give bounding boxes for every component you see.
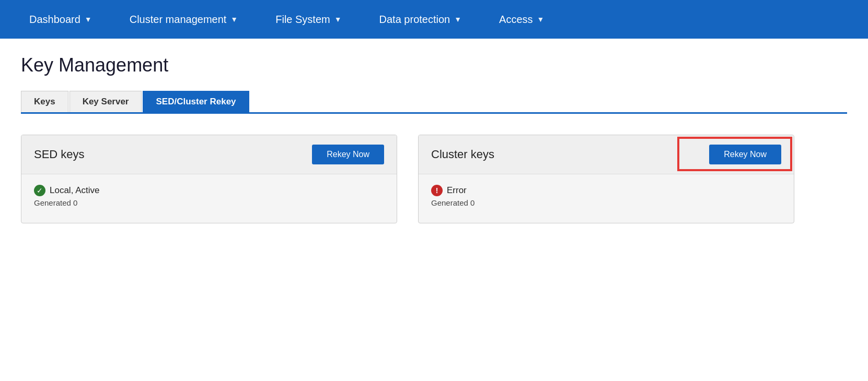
cluster-status-text: Error [447, 185, 467, 196]
cluster-keys-wrapper: Cluster keys Rekey Now ! Error Generated… [418, 135, 794, 223]
nav-item-dashboard[interactable]: Dashboard ▼ [10, 0, 111, 39]
nav-label-cluster-management: Cluster management [130, 14, 227, 26]
navbar: Dashboard ▼ Cluster management ▼ File Sy… [0, 0, 868, 39]
chevron-down-icon: ▼ [85, 15, 92, 23]
nav-label-file-system: File System [275, 14, 330, 26]
chevron-down-icon: ▼ [230, 15, 238, 23]
page-title: Key Management [21, 54, 847, 76]
cluster-keys-card: Cluster keys Rekey Now ! Error Generated… [418, 135, 794, 223]
tab-key-server[interactable]: Key Server [70, 91, 142, 112]
chevron-down-icon: ▼ [334, 15, 342, 23]
cluster-rekey-now-button[interactable]: Rekey Now [709, 145, 781, 164]
sed-keys-card-header: SED keys Rekey Now [21, 135, 397, 174]
error-icon: ! [431, 185, 443, 196]
cluster-generated-text: Generated 0 [431, 198, 781, 207]
ok-icon: ✓ [34, 185, 45, 196]
sed-keys-title: SED keys [34, 148, 85, 161]
cluster-keys-card-header: Cluster keys Rekey Now [419, 135, 794, 174]
nav-item-access[interactable]: Access ▼ [480, 0, 563, 39]
chevron-down-icon: ▼ [537, 15, 545, 23]
sed-keys-card: SED keys Rekey Now ✓ Local, Active Gener… [21, 135, 397, 223]
sed-keys-card-body: ✓ Local, Active Generated 0 [21, 174, 397, 223]
cards-section: SED keys Rekey Now ✓ Local, Active Gener… [21, 135, 847, 223]
nav-item-data-protection[interactable]: Data protection ▼ [361, 0, 481, 39]
sed-status-row: ✓ Local, Active [34, 185, 384, 196]
chevron-down-icon: ▼ [454, 15, 461, 23]
sed-keys-wrapper: SED keys Rekey Now ✓ Local, Active Gener… [21, 135, 397, 223]
cluster-status-row: ! Error [431, 185, 781, 196]
cluster-keys-card-body: ! Error Generated 0 [419, 174, 794, 223]
tab-sed-cluster-rekey[interactable]: SED/Cluster Rekey [143, 91, 249, 112]
sed-rekey-now-button[interactable]: Rekey Now [312, 145, 384, 164]
nav-label-access: Access [499, 14, 533, 26]
cluster-keys-title: Cluster keys [431, 148, 494, 161]
sed-generated-text: Generated 0 [34, 198, 384, 207]
nav-item-file-system[interactable]: File System ▼ [257, 0, 360, 39]
sed-status-text: Local, Active [50, 185, 99, 196]
nav-label-data-protection: Data protection [379, 14, 450, 26]
main-content: Key Management Keys Key Server SED/Clust… [0, 39, 868, 244]
tab-keys[interactable]: Keys [21, 91, 68, 112]
nav-item-cluster-management[interactable]: Cluster management ▼ [111, 0, 257, 39]
tabs-container: Keys Key Server SED/Cluster Rekey [21, 91, 847, 114]
nav-label-dashboard: Dashboard [29, 14, 80, 26]
